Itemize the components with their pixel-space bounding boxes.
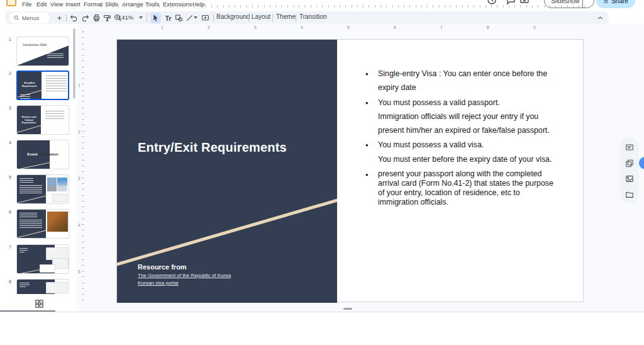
redo-button[interactable]: [80, 13, 91, 23]
share-button[interactable]: Share: [596, 0, 635, 8]
bullet-item: present your passport along with the com…: [364, 169, 573, 207]
thumb-text-lines: [47, 54, 64, 59]
toolbar-collapse-icon[interactable]: [595, 13, 606, 23]
menu-view[interactable]: View: [50, 1, 63, 8]
thumb-photo-towers: [57, 178, 67, 191]
toolbar: Menus + 141% Tr Background Layout: [5, 11, 609, 25]
menu-insert[interactable]: Insert: [65, 1, 80, 8]
print-button[interactable]: [91, 13, 102, 23]
background-button[interactable]: Background: [216, 13, 250, 20]
ruler-number: 2: [78, 130, 80, 134]
ruler-number: 4: [78, 223, 80, 227]
filmstrip: 1 Introduction Slide 2 Entry/Exit Requir…: [0, 24, 77, 313]
slide-thumbnail-6[interactable]: [16, 209, 69, 239]
current-slide[interactable]: Entry/Exit Requirements Resource from Th…: [116, 39, 584, 302]
menu-format[interactable]: Format: [84, 1, 103, 8]
ruler-number: 9: [533, 25, 536, 30]
thumb-bullet-lines: [46, 76, 67, 93]
thumbnail-row: 6: [0, 209, 77, 239]
lock-icon: [603, 0, 609, 4]
thumb-photo-trees: [47, 212, 68, 232]
text-box-tool-button[interactable]: Tr: [163, 13, 174, 23]
insert-comment-button[interactable]: [200, 13, 211, 23]
horizontal-ruler: 1 2 3 4 5 6 7 8 9: [0, 25, 644, 33]
separator: [213, 14, 214, 22]
comments-icon[interactable]: [506, 0, 516, 5]
copies-icon[interactable]: [625, 159, 634, 167]
navy-panel: [17, 210, 46, 238]
resource-heading: Resource from: [138, 263, 231, 271]
slides-logo-icon[interactable]: [6, 0, 16, 6]
select-tool-button[interactable]: [150, 13, 161, 23]
transition-button[interactable]: Transition: [299, 13, 327, 20]
navy-triangle: [17, 37, 69, 65]
accent-line: [16, 125, 43, 133]
new-slide-button[interactable]: +: [54, 13, 65, 23]
thumb-text-lines: [19, 252, 25, 254]
search-icon: [14, 15, 19, 21]
shape-tool-button[interactable]: [174, 13, 184, 23]
thumb-text-lines: [19, 286, 26, 288]
slide-thumbnail-7[interactable]: [16, 244, 69, 274]
version-history-icon[interactable]: [487, 0, 497, 5]
thumbnail-row: 5: [0, 174, 77, 204]
slide-thumbnail-4[interactable]: EventInformation: [16, 140, 69, 169]
slide-thumbnail-2-selected[interactable]: Entry/Exit Requirements: [16, 71, 69, 100]
undo-button[interactable]: [69, 13, 79, 23]
filmstrip-scrollbar[interactable]: [73, 28, 75, 99]
separator: [147, 14, 147, 22]
slide-navy-panel: Entry/Exit Requirements Resource from Th…: [117, 40, 337, 303]
present-icon[interactable]: [519, 0, 530, 5]
slide-number: 2: [9, 71, 11, 76]
separator: [66, 14, 67, 22]
resource-link-korea-gov[interactable]: The Government of the Republic of Korea: [138, 273, 231, 278]
theme-button[interactable]: Theme: [276, 13, 296, 20]
thumb-placeholder-box: [52, 194, 67, 202]
slide-number: 5: [9, 175, 11, 179]
slide-thumbnail-3[interactable]: Diseases and Cultural Expectations: [16, 105, 69, 135]
thumb-placeholder-box: [46, 282, 67, 293]
vertical-ruler-ticks: [82, 31, 84, 305]
navy-panel: Entry/Exit Requirements: [18, 72, 42, 99]
horizontal-ruler-ticks: [101, 5, 585, 8]
navy-panel: Diseases and Cultural Expectations: [17, 106, 41, 134]
thumbnail-row: 8: [0, 279, 77, 294]
slide-thumbnail-5[interactable]: [16, 174, 69, 204]
slide-thumbnail-1[interactable]: Introduction Slide: [16, 37, 69, 66]
thumb-placeholder-box: [40, 264, 55, 273]
folder-icon[interactable]: [625, 190, 634, 199]
menu-file[interactable]: File: [22, 1, 31, 8]
bullets-textbox[interactable]: Single-entry Visa : You can enter once b…: [364, 66, 573, 207]
ruler-number: 5: [78, 269, 80, 274]
speaker-notes-drag-handle[interactable]: [343, 308, 352, 310]
accent-line: [16, 230, 48, 239]
menus-search-button[interactable]: Menus: [9, 13, 50, 23]
thumb-title: Diseases and Cultural Expectations: [18, 116, 40, 125]
notes-card-icon[interactable]: [625, 143, 634, 152]
separator: [248, 14, 249, 22]
image-icon[interactable]: [625, 174, 634, 183]
slide-title[interactable]: Entry/Exit Requirements: [138, 140, 287, 155]
ruler-number: 4: [301, 25, 303, 30]
paint-format-button[interactable]: [102, 13, 113, 23]
zoom-caret-icon[interactable]: [139, 16, 143, 19]
zoom-level[interactable]: 141%: [118, 14, 133, 21]
slide-number: 1: [9, 37, 11, 42]
resource-link-visa-portal[interactable]: Korean visa portal: [138, 280, 231, 286]
grid-view-icon[interactable]: [35, 299, 45, 309]
slide-number: 4: [9, 140, 11, 145]
layout-button[interactable]: Layout: [252, 13, 270, 20]
slide-number: 7: [9, 245, 11, 249]
slide-thumbnail-8[interactable]: [16, 279, 69, 294]
caption-band: Travel Planing + information: [0, 313, 644, 345]
thumbnail-row: 4 EventInformation: [0, 140, 77, 169]
thumb-text-lines: [20, 94, 30, 99]
thumb-title-lines: [19, 178, 33, 183]
thumb-title: Introduction Slide: [23, 43, 47, 47]
menu-edit[interactable]: Edit: [36, 1, 47, 8]
line-caret-icon[interactable]: [194, 16, 197, 19]
accent-line: [16, 162, 52, 169]
ruler-number: 1: [78, 83, 80, 88]
thumb-title-left: Event: [27, 152, 37, 156]
resource-textbox[interactable]: Resource from The Government of the Repu…: [138, 263, 231, 286]
